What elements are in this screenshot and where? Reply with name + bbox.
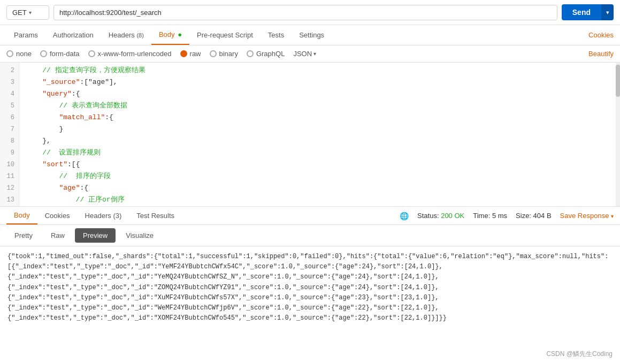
request-tabs: Params Authorization Headers (8) Body ● … (0, 25, 620, 45)
tab-body[interactable]: Body ● (151, 25, 189, 45)
radio-graphql (247, 50, 254, 57)
opt-graphql[interactable]: GraphQL (247, 50, 285, 58)
json-chevron-icon: ▾ (313, 51, 316, 57)
line-numbers: 2345678910111213141516 (0, 63, 19, 207)
radio-none (6, 50, 13, 57)
opt-raw[interactable]: raw (180, 50, 201, 58)
save-response-chevron: ▾ (611, 213, 614, 219)
tab-authorization[interactable]: Authorization (45, 26, 101, 44)
radio-form-data (40, 50, 47, 57)
status-value: 200 OK (441, 212, 464, 220)
opt-none[interactable]: none (6, 50, 32, 58)
opt-urlencoded[interactable]: x-www-form-urlencoded (88, 50, 172, 58)
resp-tab-cookies[interactable]: Cookies (37, 207, 78, 224)
size-info: Size: 404 B (516, 212, 552, 220)
cookies-link[interactable]: Cookies (588, 26, 614, 44)
body-active-dot: ● (178, 30, 182, 38)
code-content[interactable]: // 指定查询字段，方便观察结果 "_source":["age"], "que… (19, 63, 620, 207)
url-bar: GET ▾ Send ▾ (0, 0, 620, 25)
opt-form-data[interactable]: form-data (40, 50, 80, 58)
opt-binary[interactable]: binary (210, 50, 238, 58)
status-label: Status: 200 OK (417, 212, 464, 220)
response-view-tabs: Pretty Raw Preview Visualize (0, 225, 620, 246)
method-label: GET (12, 9, 27, 17)
view-tab-visualize[interactable]: Visualize (118, 228, 162, 243)
response-tabs: Body Cookies Headers (3) Test Results 🌐 … (0, 207, 620, 225)
resp-tab-test-results[interactable]: Test Results (129, 207, 182, 224)
send-button-group: Send ▾ (562, 4, 614, 20)
send-dropdown-button[interactable]: ▾ (601, 4, 614, 20)
send-button[interactable]: Send (562, 4, 601, 20)
view-tab-raw[interactable]: Raw (43, 228, 73, 243)
tab-params[interactable]: Params (6, 26, 45, 44)
response-status-info: 🌐 Status: 200 OK Time: 5 ms Size: 404 B … (400, 212, 614, 220)
view-tab-pretty[interactable]: Pretty (6, 228, 41, 243)
resp-tab-headers[interactable]: Headers (3) (78, 207, 129, 224)
method-select[interactable]: GET ▾ (6, 5, 49, 20)
watermark: CSDN @鱗先生Coding (546, 350, 613, 359)
tab-settings[interactable]: Settings (292, 26, 332, 44)
resp-tab-body[interactable]: Body (6, 207, 37, 224)
radio-binary (210, 50, 217, 57)
save-response-button[interactable]: Save Response ▾ (560, 212, 614, 220)
tab-tests[interactable]: Tests (261, 26, 292, 44)
scroll-thumb[interactable] (616, 65, 620, 97)
tab-pre-request[interactable]: Pre-request Script (189, 26, 261, 44)
beautify-button[interactable]: Beautify (588, 50, 614, 58)
radio-urlencoded (88, 50, 95, 57)
view-tab-preview[interactable]: Preview (75, 228, 116, 243)
radio-raw (180, 50, 187, 57)
url-input[interactable] (53, 5, 557, 20)
tab-headers[interactable]: Headers (8) (101, 26, 151, 44)
response-body: {"took":1,"timed_out":false,"_shards":{"… (0, 246, 620, 329)
time-info: Time: 5 ms (473, 212, 507, 220)
method-chevron-icon: ▾ (29, 10, 32, 16)
scrollbar[interactable] (616, 63, 620, 206)
response-text: {"took":1,"timed_out":false,"_shards":{"… (7, 253, 608, 322)
globe-icon: 🌐 (400, 212, 409, 220)
code-editor[interactable]: 2345678910111213141516 // 指定查询字段，方便观察结果 … (0, 63, 620, 207)
json-format-select[interactable]: JSON ▾ (293, 50, 316, 58)
body-options-bar: none form-data x-www-form-urlencoded raw… (0, 45, 620, 63)
